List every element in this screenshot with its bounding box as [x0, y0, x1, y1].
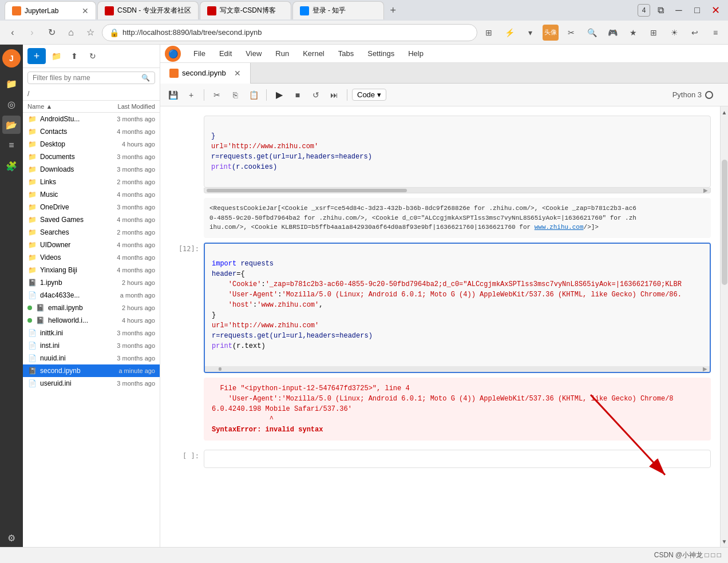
- dropdown-icon[interactable]: ▾: [522, 25, 538, 41]
- menu-settings[interactable]: Settings: [362, 47, 400, 60]
- upload-button[interactable]: ⬆: [66, 48, 82, 64]
- list-item[interactable]: 📓 email.ipynb 2 hours ago: [23, 302, 160, 314]
- circle-icon[interactable]: ◎: [2, 95, 21, 113]
- list-item[interactable]: 📄 inittk.ini 3 months ago: [23, 327, 160, 339]
- home-button[interactable]: ⌂: [63, 25, 79, 41]
- code-area[interactable]: } url='http://www.zhihu.com' r=requests.…: [204, 116, 711, 188]
- cell-12-hscrollbar[interactable]: ▶: [205, 366, 710, 372]
- scroll-track[interactable]: [721, 118, 728, 536]
- layers-icon[interactable]: ≡: [2, 136, 21, 154]
- tab-csdn1[interactable]: CSDN - 专业开发者社区: [97, 1, 199, 19]
- restart-button[interactable]: ↺: [308, 87, 324, 103]
- list-item[interactable]: 📁 Searches 2 months ago: [23, 226, 160, 239]
- close-btn[interactable]: ✕: [707, 2, 723, 18]
- list-item[interactable]: 📓 helloworld.i... 4 hours ago: [23, 314, 160, 327]
- files-icon[interactable]: 📁: [2, 74, 21, 93]
- col-name[interactable]: Name ▲: [27, 103, 98, 110]
- sun-icon[interactable]: ☀: [666, 25, 682, 41]
- list-item[interactable]: 📄 useruid.ini 3 months ago: [23, 377, 160, 390]
- cell-12-content[interactable]: import requests header={ 'Cookie':'_zap=…: [204, 243, 711, 373]
- folder-active-icon[interactable]: 📂: [2, 116, 21, 134]
- cell-type-selector[interactable]: Code ▾: [352, 89, 386, 101]
- url-box[interactable]: 🔒 http://localhost:8890/lab/tree/second.…: [102, 24, 477, 41]
- tab-count-btn[interactable]: 4: [638, 4, 650, 17]
- forward-button[interactable]: ›: [24, 25, 40, 41]
- layout-icon[interactable]: ⊞: [646, 25, 662, 41]
- scroll-right-arrow[interactable]: ▶: [703, 366, 707, 372]
- scroll-up-button[interactable]: ▲: [721, 106, 728, 118]
- stop-button[interactable]: ■: [290, 87, 306, 103]
- list-item[interactable]: 📁 Downloads 3 months ago: [23, 163, 160, 176]
- list-item[interactable]: 📁 Documents 3 months ago: [23, 150, 160, 163]
- open-folder-button[interactable]: 📁: [48, 48, 64, 64]
- file-search-input[interactable]: [33, 74, 139, 82]
- code-area-12[interactable]: import requests header={ 'Cookie':'_zap=…: [205, 244, 710, 366]
- list-item[interactable]: 📁 Desktop 4 hours ago: [23, 138, 160, 150]
- col-modified[interactable]: Last Modified: [98, 103, 155, 110]
- tab-csdn2[interactable]: 写文章-CSDN博客: [200, 1, 291, 19]
- scissors-icon[interactable]: ✂: [563, 25, 579, 41]
- list-item[interactable]: 📁 AndroidStu... 3 months ago: [23, 113, 160, 125]
- settings-icon[interactable]: ⚙: [2, 529, 21, 547]
- list-item[interactable]: 📁 UIDowner 4 months ago: [23, 239, 160, 251]
- star-icon[interactable]: ★: [625, 25, 641, 41]
- minimize-btn[interactable]: ─: [671, 2, 687, 18]
- notebook-tab-close[interactable]: ✕: [234, 69, 241, 78]
- refresh-button[interactable]: ↻: [43, 25, 60, 41]
- menu-file[interactable]: File: [188, 47, 211, 60]
- scroll-arrow-right[interactable]: ▶: [703, 187, 708, 193]
- back-button[interactable]: ‹: [5, 25, 21, 41]
- add-cell-button[interactable]: +: [183, 87, 199, 103]
- menu-tabs[interactable]: Tabs: [333, 47, 359, 60]
- notebook-tab-second[interactable]: second.ipynb ✕: [160, 63, 251, 84]
- menu-help[interactable]: Help: [402, 47, 429, 60]
- file-search-box[interactable]: 🔍: [27, 72, 155, 84]
- restore-window-btn[interactable]: ⧉: [652, 2, 668, 18]
- maximize-btn[interactable]: □: [689, 2, 705, 18]
- lightning-icon[interactable]: ⚡: [501, 25, 517, 41]
- new-tab-button[interactable]: +: [385, 2, 401, 18]
- ini-icon: 📄: [27, 354, 37, 363]
- bookmark-button[interactable]: ☆: [82, 25, 98, 41]
- list-item[interactable]: 📄 inst.ini 3 months ago: [23, 339, 160, 352]
- tab-jupyter-close[interactable]: ✕: [82, 6, 89, 15]
- cut-button[interactable]: ✂: [209, 87, 225, 103]
- puzzle-icon[interactable]: 🧩: [2, 157, 21, 175]
- run-all-button[interactable]: ⏭: [326, 87, 342, 103]
- menu-edit[interactable]: Edit: [213, 47, 238, 60]
- list-item[interactable]: 📁 Yinxiang Biji 4 months ago: [23, 264, 160, 276]
- menu-icon[interactable]: ≡: [707, 25, 723, 41]
- undo-icon[interactable]: ↩: [687, 25, 703, 41]
- list-item[interactable]: 📄 d4ac4633e... a month ago: [23, 289, 160, 302]
- list-item[interactable]: 📁 Contacts 4 months ago: [23, 125, 160, 138]
- jupyter-logo[interactable]: J: [2, 49, 21, 68]
- file-modified: 4 hours ago: [98, 317, 155, 324]
- tab-zhihu[interactable]: 登录 - 知乎: [292, 1, 384, 19]
- list-item[interactable]: 📓 1.ipynb 2 hours ago: [23, 276, 160, 289]
- list-item[interactable]: 📁 OneDrive 3 months ago: [23, 201, 160, 213]
- search-icon[interactable]: 🔍: [584, 25, 600, 41]
- list-item[interactable]: 📁 Links 2 months ago: [23, 176, 160, 188]
- notebook-scrollbar[interactable]: ▲ ▼: [720, 106, 728, 547]
- game-icon[interactable]: 🎮: [604, 25, 620, 41]
- list-item[interactable]: 📁 Videos 4 months ago: [23, 251, 160, 264]
- tab-jupyter[interactable]: JupyterLab ✕: [5, 1, 96, 19]
- cell-hscrollbar[interactable]: ▶: [204, 188, 711, 193]
- list-item-selected[interactable]: 📓 second.ipynb a minute ago: [23, 364, 160, 377]
- copy-button[interactable]: ⎘: [227, 87, 243, 103]
- run-button[interactable]: ▶: [271, 87, 287, 103]
- notebook-content[interactable]: } url='http://www.zhihu.com' r=requests.…: [160, 106, 720, 547]
- menu-view[interactable]: View: [240, 47, 267, 60]
- menu-kernel[interactable]: Kernel: [297, 47, 330, 60]
- save-button[interactable]: 💾: [165, 87, 181, 103]
- grid-icon[interactable]: ⊞: [481, 25, 497, 41]
- scroll-down-button[interactable]: ▼: [721, 536, 728, 547]
- new-file-button[interactable]: +: [27, 48, 46, 64]
- list-item[interactable]: 📄 nuuid.ini 3 months ago: [23, 352, 160, 364]
- menu-run[interactable]: Run: [270, 47, 295, 60]
- profile-icon[interactable]: 头像: [543, 25, 559, 41]
- paste-button[interactable]: 📋: [246, 87, 262, 103]
- list-item[interactable]: 📁 Music 4 months ago: [23, 188, 160, 201]
- list-item[interactable]: 📁 Saved Games 4 months ago: [23, 213, 160, 226]
- refresh-files-button[interactable]: ↻: [85, 48, 101, 64]
